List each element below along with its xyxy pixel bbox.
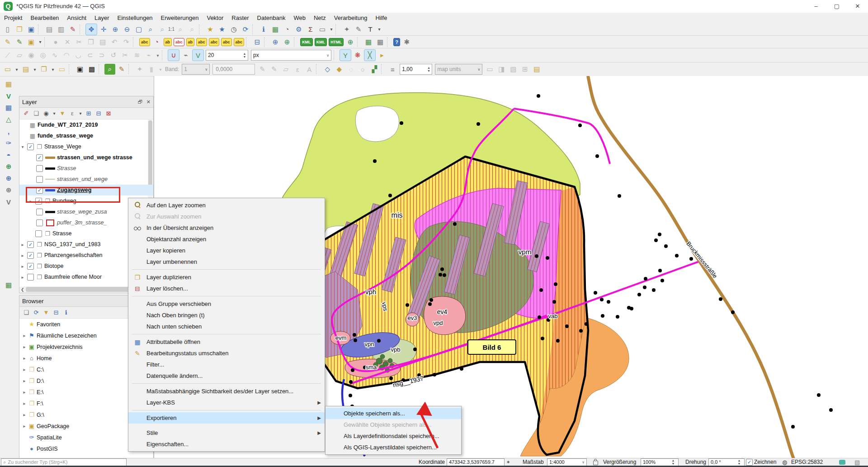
- split-features-icon[interactable]: ✂: [120, 50, 131, 61]
- refresh-map-icon[interactable]: ⟳: [240, 24, 251, 35]
- raster-eraser-icon[interactable]: ▱: [280, 64, 291, 75]
- cad-tools-icon[interactable]: ╳: [364, 49, 376, 61]
- offset-curve-icon[interactable]: ▱: [14, 50, 25, 61]
- properties-widget-icon[interactable]: ℹ: [61, 308, 71, 317]
- refresh-browser-icon[interactable]: ⟳: [32, 308, 41, 317]
- menu-datenbank[interactable]: Datenbank: [253, 13, 290, 23]
- zoom-in-icon[interactable]: ⊕: [110, 24, 121, 35]
- simplify-icon[interactable]: ∿: [49, 50, 60, 61]
- zoom-out-icon[interactable]: ⊖: [122, 24, 132, 35]
- menu-item-layer-umbenennen[interactable]: Layer umbenennen: [128, 256, 325, 267]
- layout-manager-icon[interactable]: ▥: [56, 24, 66, 35]
- advanced-dropdown-icon[interactable]: ▾: [155, 50, 160, 61]
- add-spatialite-layer-icon[interactable]: ✑: [3, 138, 14, 148]
- tree-caret-icon[interactable]: ▸: [19, 264, 26, 269]
- layer-row-funde-strasse-wege[interactable]: ▦funde_strasse_wege: [19, 130, 153, 141]
- filter-browser-icon[interactable]: ▼: [42, 308, 51, 317]
- kml-export-icon[interactable]: KML: [300, 38, 313, 46]
- minimize-button[interactable]: –: [806, 0, 826, 13]
- map-snapshot-icon[interactable]: ▣: [75, 64, 85, 75]
- tree-caret-icon[interactable]: ▸: [19, 275, 26, 280]
- vertex-tool-icon[interactable]: ◉: [26, 50, 37, 61]
- select-by-form-icon[interactable]: ▤: [20, 64, 31, 75]
- topological-editing-icon[interactable]: Y: [340, 49, 351, 61]
- units-combo[interactable]: map units∨: [435, 64, 482, 75]
- add-postgis-layer-icon[interactable]: ◓: [3, 149, 14, 160]
- identify-features-icon[interactable]: ℹ: [258, 24, 269, 35]
- raster-swatch-icon[interactable]: ▮: [146, 64, 157, 75]
- menu-netz[interactable]: Netz: [310, 13, 330, 23]
- menu-layer[interactable]: Layer: [90, 13, 113, 23]
- add-wfs-layer-icon[interactable]: ⊕: [3, 173, 14, 184]
- tree-caret-icon[interactable]: ▸: [21, 333, 28, 338]
- magnifier-spinner[interactable]: 100% ▲▼: [641, 458, 679, 466]
- tree-caret-icon[interactable]: ▸: [21, 390, 28, 395]
- vertex-all-icon[interactable]: ◎: [38, 50, 48, 61]
- hscroll-left-arrow-icon[interactable]: ❮: [19, 287, 26, 292]
- avoid-intersections-icon[interactable]: V: [192, 49, 204, 61]
- filter-legend-icon[interactable]: ▼: [58, 109, 67, 118]
- expand-all-icon[interactable]: ⊞: [84, 109, 93, 118]
- show-hide-labels-icon[interactable]: abc: [196, 38, 207, 46]
- digitize-icon[interactable]: ●: [50, 37, 61, 48]
- tree-caret-icon[interactable]: ▸: [21, 401, 28, 406]
- edits-dropdown-icon[interactable]: ▾: [38, 37, 43, 48]
- render-checkbox[interactable]: ✓: [746, 458, 753, 466]
- geometry-fix-icon[interactable]: ◆: [334, 64, 344, 75]
- edit-map-icon[interactable]: ✎: [116, 64, 127, 75]
- menu-item-ma-stabsabh-ngige-sichtbarkeit-des-der-layer-setzen-[interactable]: Maßstabsabhängige Sichtbarkeit des/der L…: [128, 386, 325, 397]
- extent-toggle-icon[interactable]: ⌖: [507, 458, 510, 466]
- ellipse-tool-icon[interactable]: ○: [357, 64, 368, 75]
- new-bookmark-icon[interactable]: ★: [205, 24, 216, 35]
- db-manager-icon[interactable]: ⊟: [252, 37, 263, 48]
- plugin-icon[interactable]: ✱: [401, 37, 412, 48]
- raster-pencil2-icon[interactable]: ✎: [269, 64, 279, 75]
- snapping-magnet-icon[interactable]: ∪: [168, 49, 179, 61]
- layer-row-strassen-und-wege-strasse[interactable]: ✓strassen_und_wege strasse: [19, 152, 153, 163]
- extra4-icon[interactable]: ⊞: [519, 64, 530, 75]
- pan-to-selection-icon[interactable]: ✛: [98, 24, 109, 35]
- extra1-icon[interactable]: ▭: [484, 64, 495, 75]
- toggle-editing-icon[interactable]: ✎: [14, 37, 25, 48]
- menu-item-exportieren[interactable]: Exportieren▶: [128, 412, 325, 424]
- deselect-dropdown-icon[interactable]: ▾: [50, 64, 56, 75]
- html-export-icon[interactable]: HTML: [329, 38, 344, 46]
- paste-features-icon[interactable]: ▤: [97, 37, 108, 48]
- rotate-feature-icon[interactable]: ↺: [108, 50, 119, 61]
- layer-row-strasse-wege[interactable]: ▾✓❐Strasse_Wege: [19, 141, 153, 152]
- add-ring-icon[interactable]: ◠: [61, 50, 72, 61]
- cut-features-icon[interactable]: ✂: [74, 37, 85, 48]
- select-features-icon[interactable]: ▭: [2, 64, 13, 75]
- menu-item-objektanzahl-anzeigen[interactable]: Objektanzahl anzeigen: [128, 234, 325, 245]
- circle-tool-icon[interactable]: ◌: [345, 64, 356, 75]
- raster-epsilon-icon[interactable]: ε: [292, 64, 303, 75]
- current-edits-icon[interactable]: ✎: [2, 37, 13, 48]
- raster-dropdown-icon[interactable]: ▾: [158, 64, 163, 75]
- processing-toolbox-icon[interactable]: ▦: [3, 280, 14, 291]
- menu-bearbeiten[interactable]: Bearbeiten: [26, 13, 63, 23]
- layer-checkbox[interactable]: [36, 176, 43, 183]
- geometry-check-icon[interactable]: ◇: [322, 64, 333, 75]
- add-virtual-layer-icon[interactable]: V: [3, 196, 14, 207]
- add-raster-layer-icon[interactable]: ▦: [3, 102, 14, 113]
- web-service-icon[interactable]: ⊕: [345, 37, 356, 48]
- delete-part-icon[interactable]: ⊃: [96, 50, 107, 61]
- layer-checkbox[interactable]: [36, 209, 43, 215]
- merge-features-icon[interactable]: ≋: [132, 50, 142, 61]
- help-icon[interactable]: ?: [393, 38, 400, 46]
- extra5-icon[interactable]: ▤: [531, 64, 542, 75]
- menu-item-attributtabelle-ffnen[interactable]: ▦Attributtabelle öffnen: [128, 336, 325, 348]
- menu-item-gew-hlte-objekte-speichern-als-[interactable]: Gewählte Objekte speichern als...: [326, 419, 461, 430]
- menu-item-nach-unten-schieben[interactable]: Nach unten schieben: [128, 321, 325, 332]
- menu-item-nach-oben-bringen-t-[interactable]: Nach Oben bringen (t): [128, 310, 325, 321]
- menu-item-auf-den-layer-zoomen[interactable]: Auf den Layer zoomen: [128, 200, 325, 211]
- metasearch2-icon[interactable]: ⊕: [282, 37, 292, 48]
- raster-pencil-icon[interactable]: ✎: [257, 64, 268, 75]
- add-part-icon[interactable]: ⊂: [85, 50, 95, 61]
- menu-verarbeitung[interactable]: Verarbeitung: [330, 13, 372, 23]
- menu-item-in-der-bersicht-anzeigen[interactable]: In der Übersicht anzeigen: [128, 222, 325, 234]
- statistics-sum-icon[interactable]: Σ: [305, 24, 316, 35]
- menu-item-eigenschaften-[interactable]: Eigenschaften...: [128, 438, 325, 450]
- menu-item-filter-[interactable]: Filter...: [128, 359, 325, 370]
- add-mesh-layer-icon[interactable]: △: [3, 114, 14, 125]
